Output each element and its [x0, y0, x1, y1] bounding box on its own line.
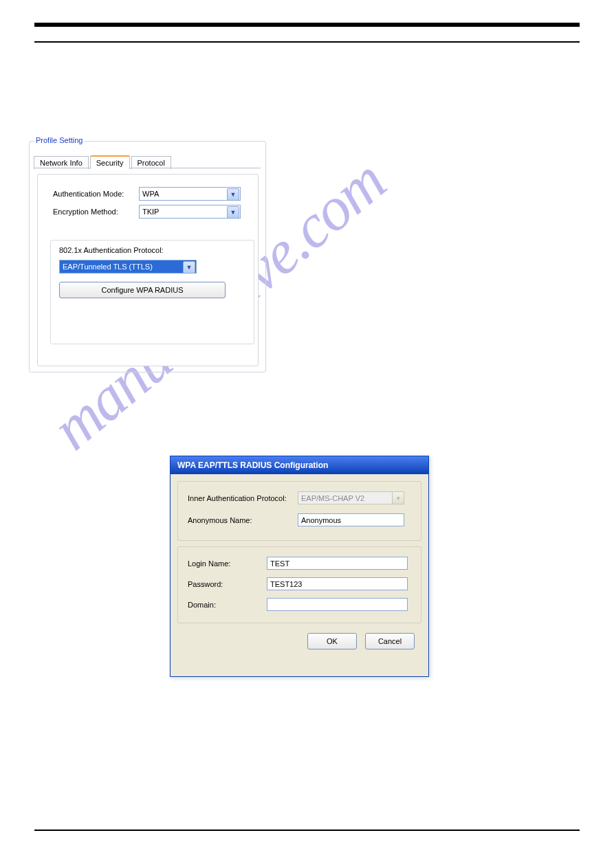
8021x-protocol-value: EAP/Tunneled TLS (TTLS) [63, 263, 153, 271]
domain-input[interactable] [267, 598, 408, 611]
chevron-down-icon: ▼ [183, 261, 195, 274]
enc-method-select[interactable]: TKIP ▼ [139, 205, 241, 219]
enc-method-label: Encryption Method: [53, 208, 139, 216]
chevron-down-icon: ▼ [227, 188, 239, 201]
auth-mode-label: Authentication Mode: [53, 190, 139, 198]
footer-rule [34, 830, 580, 831]
8021x-group-label: 802.1x Authentication Protocol: [59, 246, 164, 254]
8021x-group: 802.1x Authentication Protocol: EAP/Tunn… [50, 240, 254, 344]
tab-underline [34, 168, 261, 168]
header-rule-thin [34, 41, 580, 43]
inner-auth-value: EAP/MS-CHAP V2 [301, 494, 364, 502]
ok-button[interactable]: OK [307, 633, 357, 649]
profile-legend: Profile Setting [34, 136, 84, 144]
inner-auth-label: Inner Authentication Protocol: [178, 494, 298, 502]
password-input[interactable] [267, 577, 408, 590]
security-tab-panel: Authentication Mode: WPA ▼ Encryption Me… [37, 174, 259, 366]
login-name-input[interactable] [267, 557, 408, 570]
configure-wpa-radius-button[interactable]: Configure WPA RADIUS [59, 282, 226, 298]
tab-security[interactable]: Security [90, 156, 130, 169]
auth-mode-value: WPA [142, 190, 159, 198]
inner-auth-select: EAP/MS-CHAP V2 ▾ [298, 491, 404, 504]
cancel-button[interactable]: Cancel [365, 633, 415, 649]
dialog-section-login: Login Name: Password: Domain: [177, 546, 421, 623]
enc-method-value: TKIP [142, 208, 159, 216]
domain-label: Domain: [178, 601, 267, 609]
auth-mode-select[interactable]: WPA ▼ [139, 187, 241, 201]
password-label: Password: [178, 580, 267, 588]
chevron-down-icon: ▼ [227, 206, 239, 219]
anon-name-input[interactable] [298, 513, 404, 526]
anon-name-label: Anonymous Name: [178, 516, 298, 524]
wpa-radius-dialog: WPA EAP/TTLS RADIUS Configuration Inner … [170, 456, 429, 677]
chevron-down-icon: ▾ [392, 492, 404, 504]
tab-bar: Network Info Security Protocol [34, 153, 173, 168]
8021x-protocol-select[interactable]: EAP/Tunneled TLS (TTLS) ▼ [59, 260, 197, 274]
dialog-title: WPA EAP/TTLS RADIUS Configuration [171, 456, 428, 474]
dialog-section-auth: Inner Authentication Protocol: EAP/MS-CH… [177, 481, 421, 541]
profile-setting-panel: Profile Setting Network Info Security Pr… [29, 136, 266, 373]
header-rule-thick [34, 23, 580, 27]
login-name-label: Login Name: [178, 559, 267, 568]
